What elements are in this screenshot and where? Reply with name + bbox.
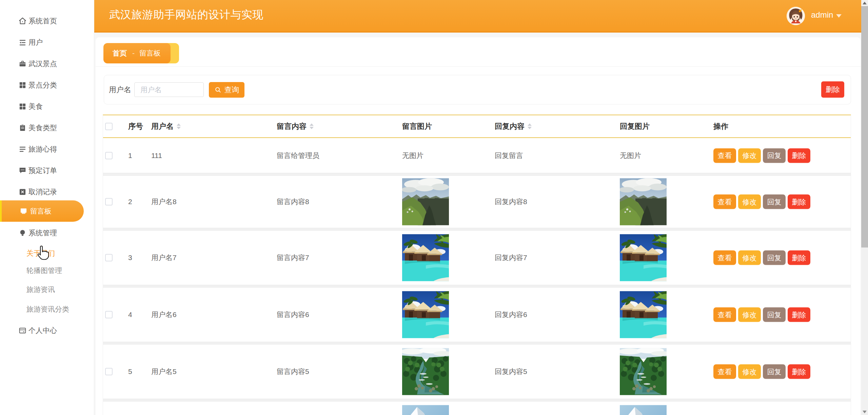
sidebar-item-users[interactable]: 用户 bbox=[0, 32, 94, 53]
reply-button[interactable]: 回复 bbox=[763, 195, 786, 209]
sidebar-item-home[interactable]: 系统首页 bbox=[0, 10, 94, 32]
message-image[interactable] bbox=[402, 178, 449, 225]
list-icon bbox=[19, 38, 26, 46]
table-row: 6 查看 修改 回复 删除 bbox=[103, 401, 851, 415]
message-image[interactable] bbox=[402, 291, 449, 338]
breadcrumb-divider bbox=[96, 66, 861, 67]
reply-button[interactable]: 回复 bbox=[763, 364, 786, 379]
cell-index: 1 bbox=[128, 152, 132, 160]
clipboard-icon bbox=[19, 124, 26, 132]
username[interactable]: admin bbox=[811, 10, 833, 20]
col-header-content[interactable]: 留言内容 bbox=[277, 121, 314, 132]
sidebar-item-cancel-records[interactable]: 取消记录 bbox=[0, 181, 94, 202]
cell-username: 用户名8 bbox=[151, 197, 177, 206]
sidebar-item-carousel-management[interactable]: 轮播图管理 bbox=[26, 261, 62, 280]
comment-icon bbox=[19, 166, 26, 174]
lines-icon bbox=[19, 145, 26, 153]
row-actions: 查看 修改 回复 删除 bbox=[713, 251, 810, 265]
edit-button[interactable]: 修改 bbox=[738, 195, 761, 209]
top-header: 武汉旅游助手网站的设计与实现 admin bbox=[94, 0, 861, 33]
breadcrumb-current: 留言板 bbox=[139, 48, 161, 58]
query-button[interactable]: 查询 bbox=[209, 82, 244, 98]
message-image[interactable] bbox=[402, 234, 449, 281]
view-button[interactable]: 查看 bbox=[713, 251, 736, 265]
edit-button[interactable]: 修改 bbox=[738, 148, 761, 163]
delete-button[interactable]: 删除 bbox=[788, 195, 810, 209]
cell-username: 111 bbox=[151, 152, 162, 160]
select-all-checkbox[interactable] bbox=[105, 123, 113, 130]
sidebar-item-profile[interactable]: 个人中心 bbox=[0, 320, 94, 341]
cell-content: 留言内容8 bbox=[277, 197, 309, 206]
grid-icon bbox=[19, 102, 26, 110]
sort-icons[interactable] bbox=[177, 123, 181, 129]
edit-button[interactable]: 修改 bbox=[738, 308, 761, 322]
reply-button[interactable]: 回复 bbox=[763, 308, 786, 322]
edit-button[interactable]: 修改 bbox=[738, 251, 761, 265]
col-header-username[interactable]: 用户名 bbox=[151, 121, 181, 132]
view-button[interactable]: 查看 bbox=[713, 364, 736, 379]
avatar-illustration bbox=[787, 7, 805, 25]
sort-icons[interactable] bbox=[528, 123, 532, 129]
sidebar-item-attraction-category[interactable]: 景点分类 bbox=[0, 74, 94, 96]
sidebar-item-message-board[interactable]: 留言板 bbox=[2, 200, 84, 222]
row-actions: 查看 修改 回复 删除 bbox=[713, 364, 810, 379]
message-table: 序号 用户名 留言内容 留言图片 回复内容 回复图片 操作 1111留言给管理员… bbox=[103, 115, 851, 415]
reply-button[interactable]: 回复 bbox=[763, 251, 786, 265]
delete-button[interactable]: 删除 bbox=[788, 364, 810, 379]
cell-content: 留言内容6 bbox=[277, 310, 309, 319]
search-field-label: 用户名 bbox=[109, 85, 131, 95]
cell-no-reply-image: 无图片 bbox=[620, 151, 641, 160]
delete-button[interactable]: 删除 bbox=[788, 308, 810, 322]
scrollbar[interactable] bbox=[861, 0, 868, 415]
scroll-down-arrow[interactable] bbox=[863, 411, 867, 413]
query-button-label: 查询 bbox=[224, 85, 239, 95]
row-checkbox[interactable] bbox=[105, 254, 113, 261]
sidebar-item-food-type[interactable]: 美食类型 bbox=[0, 117, 94, 138]
reply-image[interactable] bbox=[620, 405, 667, 415]
table-row: 5用户名5留言内容5 回复内容5 查看 修改 回复 删除 bbox=[103, 344, 851, 399]
view-button[interactable]: 查看 bbox=[713, 148, 736, 163]
reply-image[interactable] bbox=[620, 178, 667, 225]
search-input[interactable] bbox=[134, 82, 204, 97]
row-actions: 查看 修改 回复 删除 bbox=[713, 195, 810, 209]
delete-selected-button[interactable]: 删除 bbox=[821, 81, 844, 98]
row-checkbox[interactable] bbox=[105, 311, 113, 318]
sidebar-item-travel-news-category[interactable]: 旅游资讯分类 bbox=[26, 300, 69, 319]
sort-icons[interactable] bbox=[310, 123, 314, 129]
search-icon bbox=[214, 86, 222, 94]
view-button[interactable]: 查看 bbox=[713, 308, 736, 322]
message-image[interactable] bbox=[402, 348, 449, 395]
reply-image[interactable] bbox=[620, 234, 667, 281]
home-icon bbox=[19, 17, 26, 25]
reply-image[interactable] bbox=[620, 291, 667, 338]
col-header-reply[interactable]: 回复内容 bbox=[495, 121, 532, 132]
row-checkbox[interactable] bbox=[105, 368, 113, 375]
chevron-down-icon[interactable] bbox=[836, 14, 842, 18]
delete-button[interactable]: 删除 bbox=[788, 251, 810, 265]
sidebar-item-travel-news[interactable]: 旅游资讯 bbox=[26, 280, 55, 299]
sidebar-item-attractions[interactable]: 武汉景点 bbox=[0, 53, 94, 74]
sidebar-item-food[interactable]: 美食 bbox=[0, 96, 94, 117]
breadcrumb-home[interactable]: 首页 bbox=[113, 48, 127, 58]
table-row: 2用户名8留言内容8 回复内容8 查看 修改 回复 删除 bbox=[103, 176, 851, 228]
reply-button[interactable]: 回复 bbox=[763, 148, 786, 163]
row-actions: 查看 修改 回复 删除 bbox=[713, 308, 810, 322]
avatar[interactable] bbox=[787, 7, 805, 25]
scroll-up-arrow[interactable] bbox=[863, 2, 867, 4]
cell-content: 留言给管理员 bbox=[277, 151, 319, 160]
message-board-icon bbox=[20, 207, 27, 215]
sidebar-item-travel-notes[interactable]: 旅游心得 bbox=[0, 138, 94, 160]
reply-image[interactable] bbox=[620, 348, 667, 395]
row-checkbox[interactable] bbox=[105, 152, 113, 159]
message-image[interactable] bbox=[402, 405, 449, 415]
sidebar-item-orders[interactable]: 预定订单 bbox=[0, 160, 94, 181]
scrollbar-thumb[interactable] bbox=[861, 6, 868, 248]
sidebar-item-system-management[interactable]: 系统管理 bbox=[0, 222, 94, 243]
row-checkbox[interactable] bbox=[105, 198, 113, 205]
row-gap bbox=[103, 342, 851, 344]
edit-button[interactable]: 修改 bbox=[738, 364, 761, 379]
row-actions: 查看 修改 回复 删除 bbox=[713, 148, 810, 163]
card-icon bbox=[19, 327, 26, 334]
view-button[interactable]: 查看 bbox=[713, 195, 736, 209]
delete-button[interactable]: 删除 bbox=[788, 148, 810, 163]
